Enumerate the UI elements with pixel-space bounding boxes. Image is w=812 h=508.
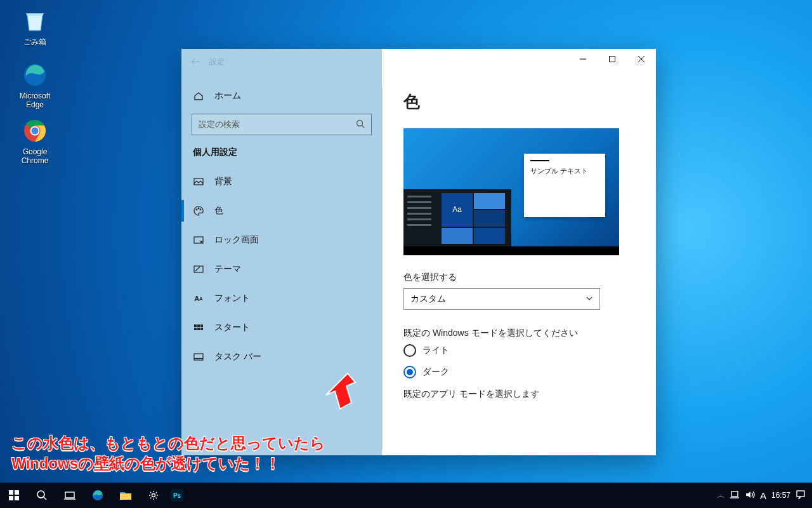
- desktop-icon-label: Google Chrome: [11, 147, 58, 165]
- sidebar-item-lockscreen[interactable]: ロック画面: [181, 225, 382, 255]
- radio-label: ライト: [422, 345, 449, 356]
- svg-rect-31: [65, 492, 74, 498]
- sidebar-item-label: テーマ: [214, 264, 241, 275]
- sidebar-home[interactable]: ホーム: [181, 82, 382, 110]
- sidebar-item-label: フォント: [214, 293, 250, 304]
- svg-rect-17: [194, 324, 197, 327]
- clock[interactable]: 16:57: [771, 491, 790, 500]
- network-icon[interactable]: [730, 490, 740, 502]
- svg-rect-20: [194, 328, 197, 330]
- sidebar-item-background[interactable]: 背景: [181, 167, 382, 196]
- home-icon: [193, 90, 204, 102]
- desktop-icon-label: ごみ箱: [11, 37, 58, 48]
- preview-sample-card: サンプル テキスト: [524, 154, 605, 217]
- sidebar-item-fonts[interactable]: AA フォント: [181, 284, 382, 313]
- svg-line-9: [362, 125, 365, 128]
- sidebar-item-label: 色: [214, 205, 223, 217]
- svg-rect-25: [9, 490, 13, 495]
- recycle-bin-icon: [21, 6, 49, 34]
- search-input[interactable]: 設定の検索: [192, 114, 372, 135]
- ime-indicator[interactable]: A: [760, 490, 766, 501]
- taskbar-explorer-button[interactable]: [112, 483, 140, 508]
- settings-window: 🡠 設定 ホーム 設定の検索 個人用設定 背景 色: [181, 49, 656, 455]
- task-view-button[interactable]: [56, 483, 84, 508]
- radio-icon: [403, 366, 416, 378]
- sidebar-item-label: 背景: [214, 176, 232, 187]
- sidebar-home-label: ホーム: [214, 90, 241, 102]
- windows-mode-label: 既定の Windows モードを選択してください: [403, 328, 634, 339]
- sidebar-item-themes[interactable]: テーマ: [181, 255, 382, 284]
- svg-point-3: [32, 128, 39, 135]
- chevron-down-icon: [586, 294, 593, 304]
- picture-icon: [193, 176, 204, 187]
- start-button[interactable]: [0, 483, 28, 508]
- svg-rect-26: [15, 490, 19, 495]
- search-icon: [356, 119, 365, 130]
- svg-point-29: [37, 491, 44, 498]
- svg-rect-28: [15, 496, 19, 500]
- svg-rect-22: [200, 328, 203, 330]
- svg-point-13: [200, 209, 201, 210]
- radio-light[interactable]: ライト: [403, 344, 634, 357]
- action-center-icon[interactable]: [796, 490, 806, 502]
- svg-rect-27: [9, 496, 13, 500]
- sidebar-item-colors[interactable]: 色: [181, 196, 382, 225]
- tray-chevron-up-icon[interactable]: ︿: [717, 491, 724, 500]
- svg-rect-37: [797, 491, 804, 497]
- taskbar-edge-button[interactable]: [84, 483, 112, 508]
- svg-rect-16: [194, 266, 203, 272]
- svg-rect-19: [200, 324, 203, 327]
- desktop-icon-recycle-bin[interactable]: ごみ箱: [11, 6, 58, 48]
- chrome-icon: [21, 117, 49, 145]
- svg-point-8: [357, 120, 363, 126]
- taskbar-photoshop-button[interactable]: Ps: [167, 483, 187, 508]
- app-mode-label: 既定のアプリ モードを選択します: [403, 389, 634, 400]
- page-title: 色: [403, 91, 634, 113]
- preview-tile-text: Aa: [442, 193, 473, 227]
- sidebar-item-label: ロック画面: [214, 234, 259, 246]
- svg-rect-21: [197, 328, 200, 330]
- sidebar-item-taskbar[interactable]: タスク バー: [181, 342, 382, 371]
- desktop-icon-msedge[interactable]: Microsoft Edge: [11, 61, 58, 109]
- radio-label: ダーク: [422, 366, 449, 378]
- system-tray[interactable]: ︿ A 16:57: [711, 490, 812, 502]
- color-preview: Aa サンプル テキスト: [403, 128, 619, 255]
- select-color-label: 色を選択する: [403, 272, 634, 283]
- svg-rect-10: [194, 178, 203, 185]
- search-placeholder: 設定の検索: [199, 119, 356, 130]
- taskbar-icon: [193, 351, 204, 363]
- annotation-text: この水色は、もともとの色だと思っていたら Windowsの壁紙の色が透けていた！…: [11, 433, 325, 474]
- desktop-icon-chrome[interactable]: Google Chrome: [11, 117, 58, 165]
- start-icon: [193, 322, 204, 333]
- color-mode-select[interactable]: カスタム: [403, 288, 600, 310]
- svg-rect-35: [731, 491, 738, 497]
- content-area: 色 Aa サンプル テキスト 色を選択する カスタム 既定の Windows モ…: [382, 49, 656, 455]
- radio-icon: [403, 344, 416, 357]
- desktop-icon-label: Microsoft Edge: [11, 91, 58, 109]
- sidebar-heading: 個人用設定: [181, 147, 382, 167]
- taskbar-search-button[interactable]: [28, 483, 56, 508]
- sidebar-item-start[interactable]: スタート: [181, 313, 382, 342]
- palette-icon: [193, 205, 204, 217]
- preview-sample-text: サンプル テキスト: [530, 167, 588, 175]
- theme-icon: [193, 264, 204, 275]
- svg-rect-23: [194, 354, 203, 360]
- annotation-line-1: この水色は、もともとの色だと思っていたら: [11, 433, 325, 453]
- taskbar-settings-button[interactable]: [140, 483, 167, 508]
- taskbar: Ps ︿ A 16:57: [0, 483, 812, 508]
- svg-point-34: [152, 494, 155, 497]
- msedge-icon: [21, 61, 49, 89]
- radio-dark[interactable]: ダーク: [403, 366, 634, 378]
- svg-point-12: [198, 208, 199, 209]
- svg-rect-15: [200, 241, 202, 243]
- sidebar-item-label: スタート: [214, 322, 250, 333]
- annotation-line-2: Windowsの壁紙の色が透けていた！！: [11, 453, 325, 474]
- svg-rect-18: [197, 324, 200, 327]
- lockscreen-icon: [193, 234, 204, 246]
- sidebar-item-label: タスク バー: [214, 351, 261, 363]
- select-value: カスタム: [410, 293, 446, 305]
- svg-point-11: [196, 209, 197, 210]
- preview-tiles: Aa: [442, 193, 505, 244]
- font-icon: AA: [193, 293, 204, 304]
- volume-icon[interactable]: [745, 490, 755, 502]
